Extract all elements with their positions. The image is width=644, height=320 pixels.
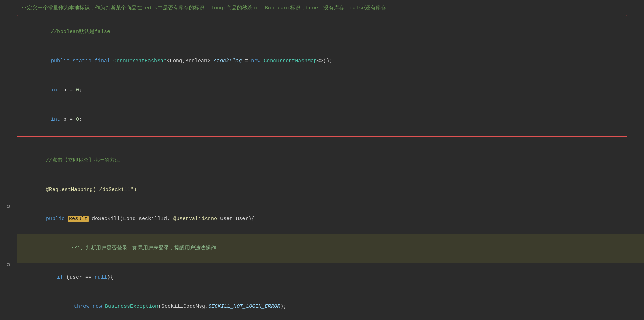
- b2-line1: //点击【立即秒杀】执行的方法: [0, 146, 644, 175]
- top-comment-text: //定义一个常量作为本地标识，作为判断某个商品在redis中是否有库存的标识 l…: [17, 3, 644, 13]
- red-box-1: //boolean默认是false public static final Co…: [17, 15, 627, 137]
- b2-line3: public Result doSeckill(Long seckillId, …: [0, 205, 644, 234]
- block1-line4: int b = 0;: [22, 105, 622, 134]
- block1-line2: public static final ConcurrentHashMap<Lo…: [22, 47, 622, 76]
- dot-b2l3: [7, 205, 10, 208]
- gutter-b2l5: [0, 263, 17, 266]
- result-highlight: Result: [68, 216, 89, 222]
- b1l1-comment: //boolean默认是false: [51, 29, 110, 35]
- b2-line6: throw new BusinessException(SeckillCodeM…: [0, 292, 644, 320]
- block1-line3: int a = 0;: [22, 76, 622, 105]
- block2-wrapper: //点击【立即秒杀】执行的方法 @RequestMapping("/doSeck…: [0, 146, 644, 320]
- b2-line2: @RequestMapping("/doSeckill"): [0, 175, 644, 205]
- b2-line4: //1、判断用户是否登录，如果用户未登录，提醒用户违法操作: [0, 234, 644, 263]
- spacer1: [0, 141, 644, 146]
- top-comment-line: //定义一个常量作为本地标识，作为判断某个商品在redis中是否有库存的标识 l…: [0, 3, 644, 13]
- code-editor: //定义一个常量作为本地标识，作为判断某个商品在redis中是否有库存的标识 l…: [0, 0, 644, 320]
- b2-line5: if (user == null){: [0, 263, 644, 292]
- dot-b2l5: [7, 263, 10, 266]
- gutter-b2l3: [0, 205, 17, 208]
- block1-line1: //boolean默认是false: [22, 17, 622, 47]
